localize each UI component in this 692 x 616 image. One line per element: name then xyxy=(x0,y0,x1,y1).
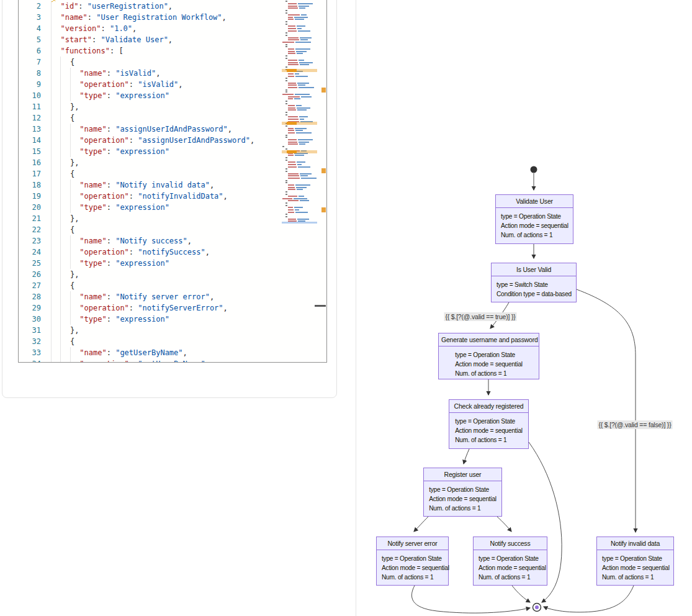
code-line-content: { xyxy=(51,280,74,291)
state-title: Check already registered xyxy=(449,400,528,413)
code-line-content: "name": "getUserByName", xyxy=(51,347,187,358)
state-node-notify-server-error[interactable]: Notify server errortype = Operation Stat… xyxy=(376,537,449,586)
code-line-content: "name": "Notify success", xyxy=(51,235,192,247)
line-number: 28 xyxy=(19,291,41,302)
state-node-check-already-registered[interactable]: Check already registeredtype = Operation… xyxy=(449,399,529,449)
state-node-generate-username-and-password[interactable]: Generate username and passwordtype = Ope… xyxy=(438,333,539,379)
state-body-line: Action mode = sequential xyxy=(479,563,546,573)
code-line[interactable]: 3 "name": "User Registration Workflow", xyxy=(19,12,326,23)
code-line[interactable]: 21 }, xyxy=(19,213,326,224)
line-number: 18 xyxy=(19,179,41,191)
code-line[interactable]: 10 "type": "expression" xyxy=(19,90,326,101)
code-line[interactable]: 22 { xyxy=(19,224,326,235)
code-line[interactable]: 16 }, xyxy=(19,157,326,168)
state-body: type = Operation StateAction mode = sequ… xyxy=(597,550,673,586)
code-line[interactable]: 8 "name": "isValid", xyxy=(19,68,326,79)
code-line[interactable]: 11 }, xyxy=(19,101,326,112)
code-line[interactable]: 13 "name": "assignUserIdAndPassword", xyxy=(19,124,326,135)
code-line-content: }, xyxy=(51,157,79,168)
code-line[interactable]: 9 "operation": "isValid", xyxy=(19,79,326,90)
code-line[interactable]: 5 "start": "Validate User", xyxy=(19,34,326,45)
code-line[interactable]: 7 { xyxy=(19,57,326,68)
line-number: 20 xyxy=(19,202,41,213)
code-line[interactable]: 12 { xyxy=(19,112,326,124)
code-line[interactable]: 31 }, xyxy=(19,325,326,336)
code-line[interactable]: 25 "type": "expression" xyxy=(19,258,326,269)
state-node-is-user-valid[interactable]: Is User Validtype = Switch StateConditio… xyxy=(491,263,577,302)
code-line[interactable]: 29 "operation": "notifyServerError", xyxy=(19,302,326,314)
start-node[interactable] xyxy=(531,166,537,173)
scrollbar-marker[interactable] xyxy=(315,305,326,307)
line-number: 12 xyxy=(19,112,41,124)
code-editor-card: 1{2 "id": "userRegistration",3 "name": "… xyxy=(2,0,337,398)
line-number: 32 xyxy=(19,336,41,347)
state-node-notify-invalid-data[interactable]: Notify invalid datatype = Operation Stat… xyxy=(596,537,674,586)
edge-notify-success-to-end xyxy=(512,586,530,602)
minimap[interactable] xyxy=(282,0,317,229)
find-match-highlight xyxy=(282,150,317,153)
state-body-line: Num. of actions = 1 xyxy=(429,504,497,513)
line-number: 10 xyxy=(19,90,41,101)
line-number: 30 xyxy=(19,314,41,325)
code-line-content: "operation": "isValid", xyxy=(51,79,183,90)
code-line-content: "start": "Validate User", xyxy=(51,34,173,45)
state-body-line: type = Operation State xyxy=(455,417,523,426)
code-line-content: "name": "assignUserIdAndPassword", xyxy=(51,124,232,135)
code-line-content: "name": "Notify invalid data", xyxy=(51,179,214,191)
state-body: type = Operation StateAction mode = sequ… xyxy=(496,208,573,243)
state-node-validate-user[interactable]: Validate Usertype = Operation StateActio… xyxy=(495,194,573,244)
edge-is-user-valid-to-notify-invalid-data xyxy=(577,289,636,532)
code-line-content: "operation": "assignUserIdAndPassword", xyxy=(51,135,254,146)
code-line[interactable]: 6 "functions": [ xyxy=(19,45,326,57)
code-line[interactable]: 17 { xyxy=(19,168,326,179)
code-line-content: { xyxy=(51,57,74,68)
code-line[interactable]: 26 }, xyxy=(19,269,326,280)
code-line[interactable]: 18 "name": "Notify invalid data", xyxy=(19,179,326,191)
code-line[interactable]: 27 { xyxy=(19,280,326,291)
state-body-line: type = Operation State xyxy=(382,554,449,563)
line-number: 6 xyxy=(19,45,41,57)
state-body-line: Num. of actions = 1 xyxy=(455,435,523,445)
code-line[interactable]: 4 "version": "1.0", xyxy=(19,23,326,34)
line-number: 5 xyxy=(19,34,41,45)
line-number: 21 xyxy=(19,213,41,224)
edge-register-to-notify-success xyxy=(497,517,511,532)
code-line-content: "functions": [ xyxy=(51,45,124,57)
code-line[interactable]: 30 "type": "expression" xyxy=(19,314,326,325)
code-line[interactable]: 33 "name": "getUserByName", xyxy=(19,347,326,358)
code-line-content: "operation": "notifyInvalidData", xyxy=(51,191,228,202)
state-node-register-user[interactable]: Register usertype = Operation StateActio… xyxy=(423,468,502,517)
code-line[interactable]: 2 "id": "userRegistration", xyxy=(19,1,326,12)
code-line-content: "version": "1.0", xyxy=(51,23,137,34)
code-line[interactable]: 14 "operation": "assignUserIdAndPassword… xyxy=(19,135,326,146)
code-lines[interactable]: 1{2 "id": "userRegistration",3 "name": "… xyxy=(19,0,326,363)
code-line-content: "type": "expression" xyxy=(51,146,169,157)
code-line-content: "type": "expression" xyxy=(51,90,169,101)
code-line[interactable]: 32 { xyxy=(19,336,326,347)
state-body-line: Action mode = sequential xyxy=(602,563,670,573)
code-line-content: { xyxy=(51,336,74,347)
state-node-notify-success[interactable]: Notify successtype = Operation StateActi… xyxy=(473,537,547,586)
json-code-editor[interactable]: 1{2 "id": "userRegistration",3 "name": "… xyxy=(18,0,327,363)
state-body-line: Action mode = sequential xyxy=(501,221,568,230)
code-line-content: "type": "expression" xyxy=(51,258,169,269)
line-number: 9 xyxy=(19,79,41,90)
true-condition-label: {{ $.[?(@.valid == true)] }} xyxy=(444,312,516,321)
code-line[interactable]: 23 "name": "Notify success", xyxy=(19,235,326,247)
ruler-warning-marker xyxy=(321,88,326,93)
code-line[interactable]: 15 "type": "expression" xyxy=(19,146,326,157)
state-body-line: type = Operation State xyxy=(455,350,523,360)
state-body-line: Num. of actions = 1 xyxy=(501,230,568,240)
code-line[interactable]: 34 "operation": "getUserByName", xyxy=(19,358,326,363)
code-line[interactable]: 20 "type": "expression" xyxy=(19,202,326,213)
line-number: 17 xyxy=(19,168,41,179)
code-line[interactable]: 24 "operation": "notifySuccess", xyxy=(19,247,326,258)
find-match-highlight xyxy=(282,69,317,72)
line-number: 11 xyxy=(19,101,41,112)
code-line-content: { xyxy=(51,224,74,235)
line-number: 33 xyxy=(19,347,41,358)
line-number: 19 xyxy=(19,191,41,202)
code-line[interactable]: 19 "operation": "notifyInvalidData", xyxy=(19,191,326,202)
code-line[interactable]: 28 "name": "Notify server error", xyxy=(19,291,326,302)
state-title: Validate User xyxy=(496,195,573,208)
